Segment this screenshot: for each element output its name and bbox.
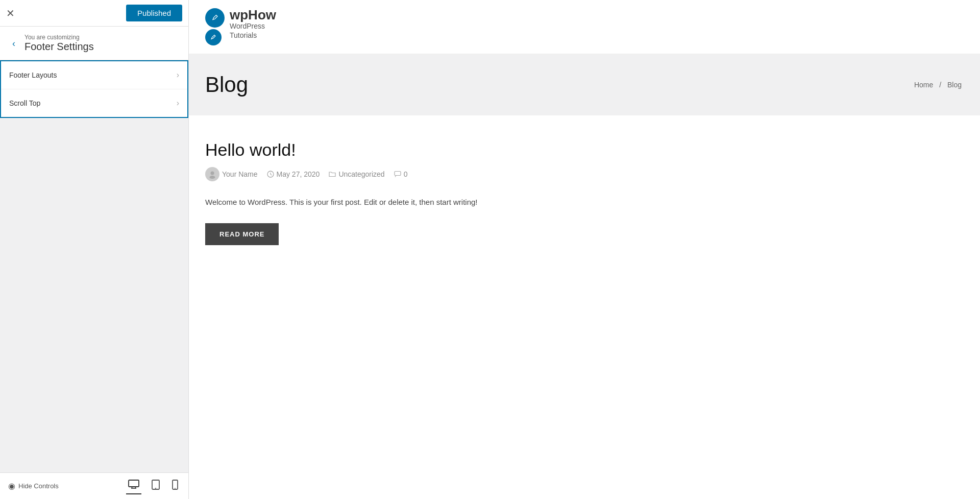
post-category: Uncategorized: [338, 170, 384, 178]
author-name: Your Name: [222, 170, 258, 178]
hide-controls-circle-icon: ◉: [8, 481, 15, 491]
svg-rect-16: [395, 172, 401, 176]
pen-icon-top: [210, 13, 220, 23]
hide-controls-label: Hide Controls: [18, 482, 59, 490]
avatar-icon: [208, 170, 217, 179]
svg-point-12: [210, 176, 215, 179]
site-logo-text: wpHow WordPress Tutorials: [230, 8, 276, 40]
mobile-view-button[interactable]: [170, 478, 180, 494]
chevron-right-icon: ›: [177, 99, 179, 108]
hide-controls-button[interactable]: ◉ Hide Controls: [8, 481, 59, 491]
svg-point-8: [210, 13, 219, 22]
post-date-meta: May 27, 2020: [267, 170, 320, 178]
folder-icon: [329, 171, 336, 178]
customizer-panel: ✕ Published ‹ You are customizing Footer…: [0, 0, 189, 499]
breadcrumb: Home / Blog: [912, 81, 964, 89]
logo-circle-bottom: [205, 29, 222, 45]
section-header: ‹ You are customizing Footer Settings: [0, 27, 188, 60]
post-date: May 27, 2020: [277, 170, 320, 178]
logo-icon-stack: [205, 8, 225, 45]
svg-point-10: [209, 33, 217, 41]
site-tagline: WordPress Tutorials: [230, 21, 276, 40]
author-avatar: [205, 167, 219, 181]
desktop-icon: [128, 480, 139, 489]
logo-circle-top: [205, 8, 225, 28]
customizing-label: You are customizing: [24, 34, 94, 41]
scroll-top-item[interactable]: Scroll Top ›: [1, 89, 187, 117]
post-comments-meta: 0: [394, 170, 408, 178]
preview-area: wpHow WordPress Tutorials Blog Home / Bl…: [189, 0, 980, 499]
desktop-view-button[interactable]: [126, 478, 141, 494]
bottom-bar: ◉ Hide Controls: [0, 472, 188, 499]
comment-icon: [394, 171, 401, 178]
site-header: wpHow WordPress Tutorials: [189, 0, 980, 54]
blog-title: Blog: [205, 73, 248, 97]
close-button[interactable]: ✕: [6, 8, 15, 18]
scroll-top-label: Scroll Top: [9, 99, 40, 107]
svg-line-15: [271, 175, 272, 176]
footer-layouts-label: Footer Layouts: [9, 71, 57, 79]
back-button[interactable]: ‹: [8, 37, 19, 50]
breadcrumb-home: Home: [914, 81, 933, 89]
tablet-view-button[interactable]: [150, 478, 162, 494]
post-author-meta: Your Name: [205, 167, 258, 181]
svg-point-5: [155, 488, 156, 489]
section-title: Footer Settings: [24, 41, 94, 53]
breadcrumb-separator: /: [939, 81, 941, 89]
mobile-icon: [172, 480, 178, 490]
view-icons: [126, 478, 180, 494]
main-content: Hello world! Your Name May 27, 2020: [189, 115, 980, 270]
post-category-meta: Uncategorized: [329, 170, 384, 178]
svg-point-7: [175, 488, 176, 489]
pen-icon-bottom: [209, 33, 218, 42]
site-name: wpHow: [230, 8, 276, 21]
footer-layouts-item[interactable]: Footer Layouts ›: [1, 61, 187, 89]
site-logo-area: wpHow WordPress Tutorials: [205, 8, 276, 45]
post-title: Hello world!: [205, 140, 964, 160]
chevron-right-icon: ›: [177, 70, 179, 80]
top-bar: ✕ Published: [0, 0, 188, 27]
footer-settings-menu: Footer Layouts › Scroll Top ›: [0, 60, 188, 118]
read-more-button[interactable]: READ MORE: [205, 223, 279, 245]
post-excerpt: Welcome to WordPress. This is your first…: [205, 196, 964, 209]
clock-icon: [267, 171, 274, 178]
published-button[interactable]: Published: [126, 5, 182, 21]
breadcrumb-current: Blog: [947, 81, 962, 89]
post-meta: Your Name May 27, 2020 Uncategorized: [205, 167, 964, 181]
svg-point-11: [211, 172, 214, 175]
blog-header: Blog Home / Blog: [189, 54, 980, 115]
svg-rect-0: [129, 480, 139, 487]
post-comments-count: 0: [404, 170, 408, 178]
tablet-icon: [152, 480, 160, 490]
section-header-text: You are customizing Footer Settings: [24, 34, 94, 53]
